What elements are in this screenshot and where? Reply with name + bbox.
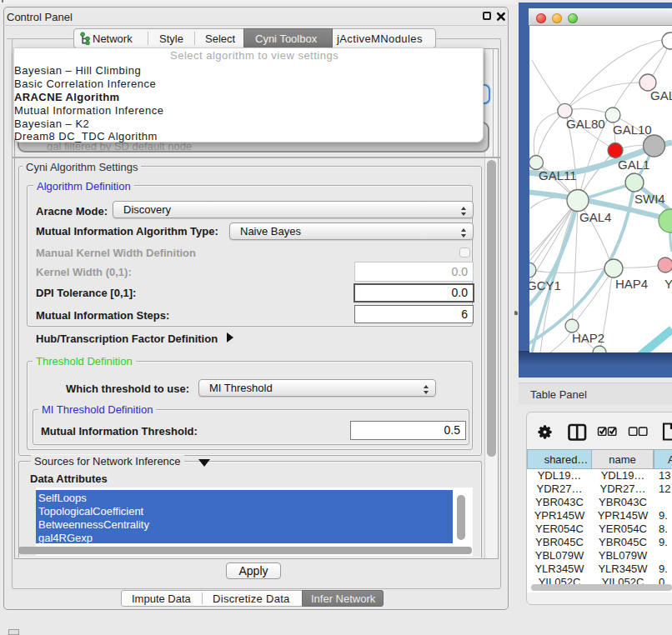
svg-text:GAL: GAL [650,88,672,102]
svg-text:GAL1: GAL1 [618,158,649,172]
svg-text:GCY1: GCY1 [529,278,561,292]
svg-text:GAL11: GAL11 [539,168,577,182]
svg-text:HAP4: HAP4 [615,277,648,291]
svg-text:GAL80: GAL80 [566,117,605,131]
svg-text:HAP2: HAP2 [572,331,604,345]
svg-text:Y: Y [664,277,672,291]
svg-text:GAL10: GAL10 [613,122,652,137]
svg-text:GAL4: GAL4 [579,210,611,224]
svg-text:SWI4: SWI4 [634,192,665,206]
